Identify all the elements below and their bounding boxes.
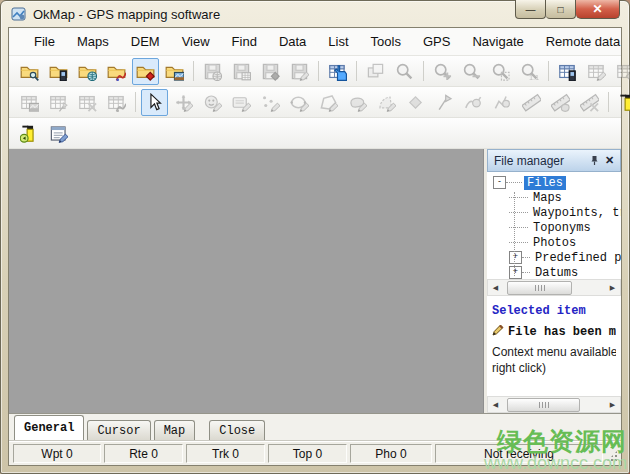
measure-button [518, 89, 545, 116]
panel-close-icon[interactable]: ✕ [602, 153, 617, 168]
client-area: FileMapsDEMViewFindDataListToolsGPSNavig… [8, 27, 622, 466]
tree-connector [509, 242, 528, 243]
menu-item-data[interactable]: Data [268, 29, 317, 54]
copy-view-button [362, 58, 389, 85]
collapse-icon[interactable]: - [493, 176, 506, 189]
scroll-left-icon[interactable]: ◀ [488, 281, 503, 294]
main-area: File manager ✕ -FilesMapsWaypoints, trTo… [9, 149, 621, 413]
pencil-icon [492, 323, 504, 340]
file-tree: -FilesMapsWaypoints, trToponymsPhotos+Pr… [487, 172, 621, 279]
file-manager-panel: File manager ✕ -FilesMapsWaypoints, trTo… [487, 149, 621, 413]
context-hint-line2: right click) [492, 361, 616, 377]
expand-icon[interactable]: + [509, 266, 522, 279]
route-area-button [460, 89, 487, 116]
tree-item-datums[interactable]: +Datums [487, 265, 621, 279]
open-map-device-button[interactable] [45, 58, 72, 85]
menu-item-list[interactable]: List [317, 29, 359, 54]
route-zigzag-button [489, 89, 516, 116]
menu-item-tools[interactable]: Tools [360, 29, 412, 54]
zoom-button [391, 58, 418, 85]
tree-item-toponyms[interactable]: Toponyms [487, 220, 621, 235]
expand-icon[interactable]: + [509, 251, 522, 264]
status-cell-pho-0: Pho 0 [350, 444, 432, 463]
file-status-text: File has been modi [508, 325, 616, 339]
scroll-right-icon[interactable]: ▶ [605, 398, 620, 411]
tree-item-files[interactable]: -Files [487, 175, 621, 190]
tree-item-label: Toponyms [530, 221, 594, 235]
scroll-left-icon[interactable]: ◀ [488, 398, 503, 411]
tree-connector [522, 257, 530, 258]
selected-item-section: Selected item File has been modi Con [487, 296, 621, 396]
arc-edit-button [373, 89, 400, 116]
tree-item-predefined-pr[interactable]: +Predefined pr [487, 250, 621, 265]
tree-item-maps[interactable]: Maps [487, 190, 621, 205]
tab-cursor[interactable]: Cursor [87, 420, 150, 440]
tree-item-photos[interactable]: Photos [487, 235, 621, 250]
tree-connector [509, 212, 528, 213]
menu-item-file[interactable]: File [23, 29, 66, 54]
toolbar-separator [193, 61, 194, 81]
info-scroll-thumb[interactable] [507, 398, 580, 412]
zoom-out-button [458, 58, 485, 85]
menu-item-dem[interactable]: DEM [120, 29, 171, 54]
scroll-right-icon[interactable]: ▶ [605, 281, 620, 294]
toolbar-separator [423, 61, 424, 81]
open-data-button[interactable] [132, 58, 159, 85]
toolbar-row-3 [9, 118, 621, 149]
menu-item-find[interactable]: Find [221, 29, 268, 54]
properties-button[interactable] [45, 120, 72, 147]
menu-item-view[interactable]: View [171, 29, 221, 54]
zoom-in-button [429, 58, 456, 85]
highlighter-button[interactable] [614, 89, 630, 116]
info-scroll-track[interactable] [503, 398, 605, 411]
menu-item-remote-data[interactable]: Remote data [535, 29, 630, 54]
grid-edit-button [583, 58, 610, 85]
tree-item-label: Waypoints, tr [530, 206, 621, 220]
polygon-edit-button [315, 89, 342, 116]
tree-scroll-thumb[interactable] [507, 281, 572, 295]
note-edit-button [228, 89, 255, 116]
tree-horizontal-scrollbar[interactable]: ◀ ▶ [487, 279, 621, 296]
tree-scroll-track[interactable] [503, 281, 605, 294]
tree-item-label: Maps [530, 191, 565, 205]
tree-item-label: Photos [530, 236, 579, 250]
open-map-search-button[interactable] [16, 58, 43, 85]
minimize-button[interactable]: — [515, 0, 546, 19]
maximize-button[interactable]: □ [546, 0, 576, 19]
close-button[interactable]: ✕ [576, 0, 620, 19]
map-route-delete-button [103, 89, 130, 116]
app-window: OkMap - GPS mapping software —□✕ FileMap… [0, 0, 630, 474]
measure-delete-button [576, 89, 603, 116]
grid-device-button[interactable] [554, 58, 581, 85]
grid-data-button [612, 58, 630, 85]
info-horizontal-scrollbar[interactable]: ◀ ▶ [487, 396, 621, 413]
area-edit-button [344, 89, 371, 116]
map-canvas[interactable] [9, 149, 484, 413]
tree-item-label: Datums [532, 266, 581, 280]
toolbar-separator [548, 61, 549, 81]
menu-item-gps[interactable]: GPS [412, 29, 461, 54]
marker-run-button[interactable] [16, 120, 43, 147]
map-pan-hand-button[interactable] [324, 58, 351, 85]
bottom-tab-strip: GeneralCursorMapClose [9, 413, 621, 441]
open-track-button[interactable] [103, 58, 130, 85]
tab-general[interactable]: General [14, 415, 84, 440]
tree-item-waypoints-tr[interactable]: Waypoints, tr [487, 205, 621, 220]
status-cell-rte-0: Rte 0 [104, 444, 183, 463]
zoom-1-1-button: 1:1 [516, 58, 543, 85]
select-tool-button[interactable] [141, 89, 168, 116]
resize-grip[interactable] [606, 450, 618, 462]
open-image-button[interactable] [161, 58, 188, 85]
context-hint: Context menu available (mo right click) [492, 345, 616, 376]
tree-item-label: Predefined pr [532, 251, 621, 265]
save-grid-button [228, 58, 255, 85]
diamond-tool-button [402, 89, 429, 116]
open-map-web-button[interactable] [74, 58, 101, 85]
window-controls: —□✕ [515, 0, 620, 19]
menu-item-navigate[interactable]: Navigate [461, 29, 534, 54]
map-pin-button [45, 89, 72, 116]
tab-map[interactable]: Map [154, 420, 196, 440]
pin-icon[interactable] [587, 153, 602, 168]
menu-item-maps[interactable]: Maps [66, 29, 120, 54]
tab-close[interactable]: Close [209, 420, 265, 440]
